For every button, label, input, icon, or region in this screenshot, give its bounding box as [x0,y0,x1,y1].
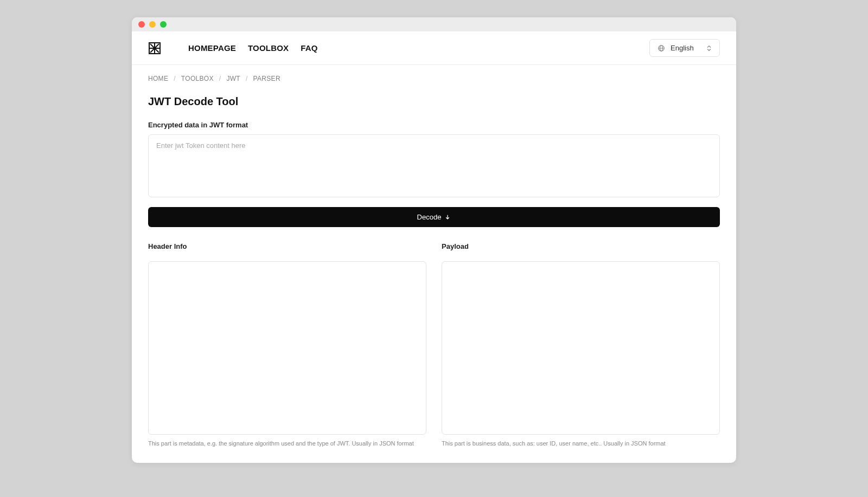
header-output-column: Header Info This part is metadata, e.g. … [148,242,426,447]
header: HOMEPAGE TOOLBOX FAQ English [132,31,736,65]
decode-button[interactable]: Decode [148,207,720,227]
breadcrumb-separator: / [246,75,248,82]
header-output-label: Header Info [148,242,426,250]
input-label: Encrypted data in JWT format [148,121,720,129]
breadcrumb-jwt[interactable]: JWT [226,75,240,82]
payload-output-column: Payload This part is business data, such… [442,242,720,447]
breadcrumb: HOME / TOOLBOX / JWT / PARSER [132,65,736,82]
main-content: JWT Decode Tool Encrypted data in JWT fo… [132,82,736,463]
app-window: HOMEPAGE TOOLBOX FAQ English HOME / TOOL… [132,17,736,463]
page-title: JWT Decode Tool [148,95,720,108]
nav-toolbox[interactable]: TOOLBOX [248,43,289,53]
globe-icon [658,44,665,52]
jwt-input[interactable] [148,134,720,197]
window-minimize-icon[interactable] [149,21,156,28]
breadcrumb-separator: / [219,75,221,82]
breadcrumb-separator: / [174,75,176,82]
output-section: Header Info This part is metadata, e.g. … [148,242,720,447]
breadcrumb-toolbox[interactable]: TOOLBOX [181,75,214,82]
decode-label: Decode [417,213,442,221]
payload-output-box [442,261,720,435]
breadcrumb-parser[interactable]: PARSER [253,75,280,82]
nav-faq[interactable]: FAQ [301,43,317,53]
payload-output-label: Payload [442,242,720,250]
header-output-hint: This part is metadata, e.g. the signatur… [148,440,426,447]
logo-icon [148,42,161,55]
chevron-up-down-icon [706,44,712,52]
arrow-down-icon [444,214,451,221]
payload-output-hint: This part is business data, such as: use… [442,440,720,447]
window-close-icon[interactable] [138,21,145,28]
main-nav: HOMEPAGE TOOLBOX FAQ [188,43,318,53]
header-output-box [148,261,426,435]
language-label: English [671,44,694,52]
window-maximize-icon[interactable] [160,21,167,28]
breadcrumb-home[interactable]: HOME [148,75,168,82]
nav-homepage[interactable]: HOMEPAGE [188,43,236,53]
language-select[interactable]: English [649,39,720,57]
titlebar [132,17,736,31]
